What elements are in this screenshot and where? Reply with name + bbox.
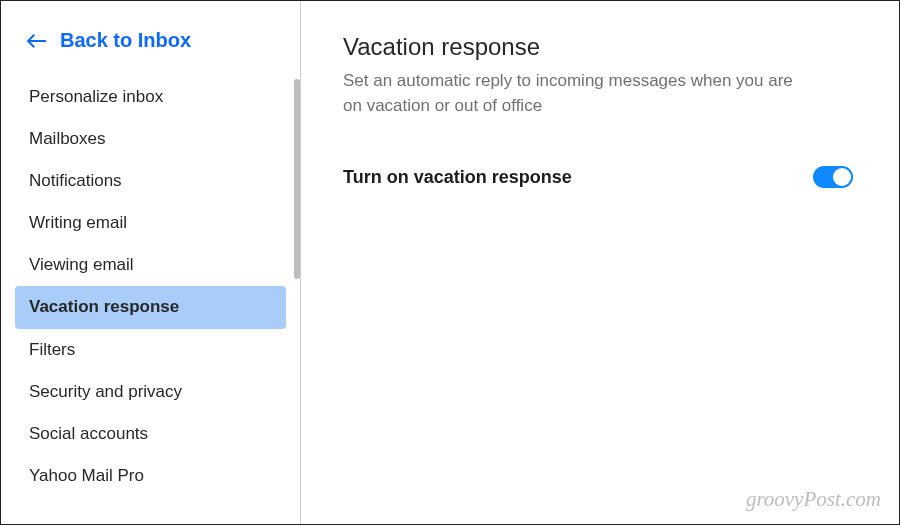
- settings-content: Vacation response Set an automatic reply…: [301, 1, 899, 524]
- back-to-inbox-link[interactable]: Back to Inbox: [1, 1, 300, 72]
- sidebar-item-mailboxes[interactable]: Mailboxes: [15, 118, 286, 160]
- page-title: Vacation response: [343, 33, 859, 61]
- sidebar-item-security-and-privacy[interactable]: Security and privacy: [15, 371, 286, 413]
- sidebar-item-notifications[interactable]: Notifications: [15, 160, 286, 202]
- app-layout: Back to Inbox Personalize inboxMailboxes…: [1, 1, 899, 524]
- settings-sidebar: Back to Inbox Personalize inboxMailboxes…: [1, 1, 301, 524]
- back-link-label: Back to Inbox: [60, 29, 191, 52]
- sidebar-item-viewing-email[interactable]: Viewing email: [15, 244, 286, 286]
- sidebar-item-writing-email[interactable]: Writing email: [15, 202, 286, 244]
- vacation-response-toggle[interactable]: [813, 166, 853, 188]
- toggle-knob: [833, 168, 851, 186]
- vacation-response-toggle-row: Turn on vacation response: [343, 166, 853, 188]
- sidebar-item-vacation-response[interactable]: Vacation response: [15, 286, 286, 328]
- arrow-left-icon: [26, 32, 48, 50]
- settings-nav-list: Personalize inboxMailboxesNotificationsW…: [1, 72, 300, 497]
- page-subtitle: Set an automatic reply to incoming messa…: [343, 69, 813, 118]
- sidebar-item-personalize-inbox[interactable]: Personalize inbox: [15, 76, 286, 118]
- sidebar-item-social-accounts[interactable]: Social accounts: [15, 413, 286, 455]
- watermark: groovyPost.com: [746, 487, 881, 512]
- sidebar-item-filters[interactable]: Filters: [15, 329, 286, 371]
- sidebar-item-yahoo-mail-pro[interactable]: Yahoo Mail Pro: [15, 455, 286, 497]
- scrollbar-thumb[interactable]: [294, 79, 300, 279]
- toggle-label: Turn on vacation response: [343, 167, 572, 188]
